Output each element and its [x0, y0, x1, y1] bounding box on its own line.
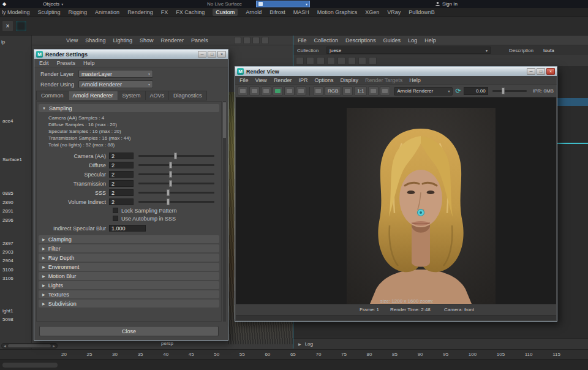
viewport-menu-item[interactable]: Panels — [191, 37, 208, 43]
viewport-menu-item[interactable]: View — [66, 37, 78, 43]
slider-handle[interactable] — [174, 153, 177, 159]
settings-scrollbar[interactable] — [223, 101, 226, 322]
outliner-item[interactable]: Surface1 — [2, 157, 22, 162]
slider-handle[interactable] — [169, 171, 172, 178]
menu-item[interactable]: View — [255, 77, 267, 83]
menu-set-tab[interactable]: FX — [161, 9, 168, 15]
menu-set-tab[interactable]: Bifrost — [270, 9, 285, 15]
checkbox[interactable] — [113, 216, 118, 221]
slider-track[interactable] — [138, 164, 214, 166]
menu-set-tab[interactable]: XGen — [365, 9, 379, 15]
render-view-titlebar[interactable]: M Render View ─ □ × — [235, 67, 557, 76]
collapsed-section-header[interactable]: ▶ Motion Blur — [39, 272, 219, 280]
open-image-icon[interactable] — [238, 86, 248, 96]
close-window-button[interactable]: × — [546, 68, 555, 75]
alpha-channel-icon[interactable] — [342, 86, 353, 96]
collapsed-section-header[interactable]: ▶ Clamping — [39, 235, 219, 243]
scrollbar-thumb[interactable] — [8, 344, 51, 347]
menu-item[interactable]: File — [239, 77, 249, 83]
xgen-menu-item[interactable]: File — [298, 37, 307, 43]
slider-value-field[interactable]: 2 — [109, 162, 134, 168]
slider-handle[interactable] — [169, 180, 172, 187]
outliner-item[interactable]: 3100 — [2, 267, 13, 273]
slider-value-field[interactable]: 2 — [109, 198, 134, 205]
slider-track[interactable] — [138, 192, 214, 194]
minimize-button[interactable]: ─ — [198, 51, 206, 58]
horizontal-scrollbar[interactable]: ◄ ► — [1, 343, 58, 349]
objects-dropdown[interactable]: Objects ▾ — [43, 1, 63, 7]
collapsed-section-header[interactable]: ▶ Textures — [39, 290, 219, 298]
collapsed-section-header[interactable]: ▶ Lights — [39, 281, 219, 289]
exposure-slider[interactable] — [492, 90, 527, 92]
viewport-menu-item[interactable]: Shading — [85, 37, 105, 43]
menu-item[interactable]: Display — [340, 77, 358, 83]
slider-value-field[interactable]: 2 — [109, 153, 134, 159]
menu-set-tab[interactable]: Rendering — [127, 9, 153, 15]
xgen-menu-item[interactable]: Log — [408, 37, 417, 43]
scroll-left-icon[interactable]: ◄ — [3, 344, 7, 348]
slider-handle[interactable] — [169, 162, 172, 168]
collapsed-section-header[interactable]: ▶ Environment — [39, 263, 219, 271]
viewport-menu-item[interactable]: Lighting — [113, 37, 132, 43]
menu-set-tab[interactable]: FX Caching — [176, 9, 205, 15]
close-window-button[interactable]: × — [217, 51, 226, 58]
minimize-button[interactable]: ─ — [527, 68, 535, 75]
outliner-item[interactable]: 2890 — [2, 200, 13, 205]
keep-image-icon[interactable] — [368, 86, 379, 96]
xgen-menu-item[interactable]: Guides — [383, 37, 401, 43]
menu-item[interactable]: IPR — [298, 77, 307, 83]
viewport-menu-item[interactable]: Renderer — [160, 37, 184, 43]
menu-set-tab[interactable]: Rigging — [69, 9, 88, 15]
outliner-item[interactable]: 0885 — [2, 191, 13, 196]
slider-track[interactable] — [138, 183, 214, 184]
slider-value-field[interactable]: 2 — [109, 180, 134, 187]
xgen-tool-icon[interactable] — [317, 57, 325, 65]
menu-set-tab[interactable]: Animation — [95, 9, 119, 15]
rendered-image[interactable] — [347, 108, 496, 304]
renderer-dropdown[interactable]: Arnold Renderer ▾ — [394, 87, 453, 96]
render-icon[interactable] — [261, 86, 271, 96]
slider-track[interactable] — [138, 201, 214, 203]
slider-handle[interactable] — [167, 198, 170, 205]
sign-in-button[interactable]: Sign In — [435, 1, 458, 7]
xgen-menu-item[interactable]: Descriptions — [345, 37, 376, 43]
selection-mask-icon[interactable]: ◆ — [2, 1, 6, 7]
settings-tab[interactable]: Diagnostics — [168, 91, 207, 100]
viewport-icon[interactable] — [243, 37, 251, 44]
time-slider[interactable]: 2025303540455055606570758085909510010511… — [0, 349, 588, 359]
menu-item[interactable]: Render — [274, 77, 292, 83]
sampling-section-header[interactable]: ▼ Sampling — [39, 104, 219, 112]
outliner-item[interactable]: ace4 — [2, 118, 13, 124]
blur-value-field[interactable]: 1.000 — [109, 225, 146, 232]
slider-value-field[interactable]: 2 — [109, 171, 134, 178]
xgen-tool-icon[interactable] — [296, 57, 304, 65]
settings-tab[interactable]: Common — [36, 91, 68, 100]
checkbox[interactable] — [113, 208, 118, 213]
render-settings-titlebar[interactable]: M Render Settings ─ □ × — [34, 50, 228, 59]
refresh-render-icon[interactable]: ⟳ — [455, 87, 461, 95]
menu-item[interactable]: Render Targets — [365, 77, 402, 83]
menu-set-tab[interactable]: VRay — [387, 9, 401, 15]
outliner-item[interactable]: ight1 — [2, 308, 13, 314]
close-tool-icon[interactable]: × — [2, 20, 13, 32]
slider-handle[interactable] — [167, 189, 170, 196]
collapsed-section-header[interactable]: ▶ Ray Depth — [39, 254, 219, 262]
menu-item[interactable]: Options — [314, 77, 333, 83]
ipr-render-icon[interactable] — [273, 86, 283, 96]
refresh-image-icon[interactable] — [313, 86, 323, 96]
maximize-button[interactable]: □ — [537, 68, 545, 75]
maximize-button[interactable]: □ — [208, 51, 216, 58]
xgen-menu-item[interactable]: Help — [424, 37, 436, 43]
range-slider[interactable] — [2, 363, 58, 368]
menu-set-tab[interactable]: Motion Graphics — [317, 9, 358, 15]
slider-value-field[interactable]: 2 — [109, 189, 134, 196]
slider-track[interactable] — [138, 173, 214, 175]
menu-set-tab[interactable]: Sculpting — [38, 9, 61, 15]
menu-set-tab[interactable]: ly Modeling — [2, 9, 30, 15]
menu-set-tab[interactable]: PulldownB — [409, 9, 435, 15]
menu-item[interactable]: Presets — [57, 60, 76, 66]
menu-item[interactable]: Help — [409, 77, 421, 83]
menu-set-tab[interactable]: MASH — [293, 9, 309, 15]
scrollbar-thumb[interactable] — [223, 102, 226, 138]
outliner-item[interactable]: 2897 — [2, 241, 13, 246]
